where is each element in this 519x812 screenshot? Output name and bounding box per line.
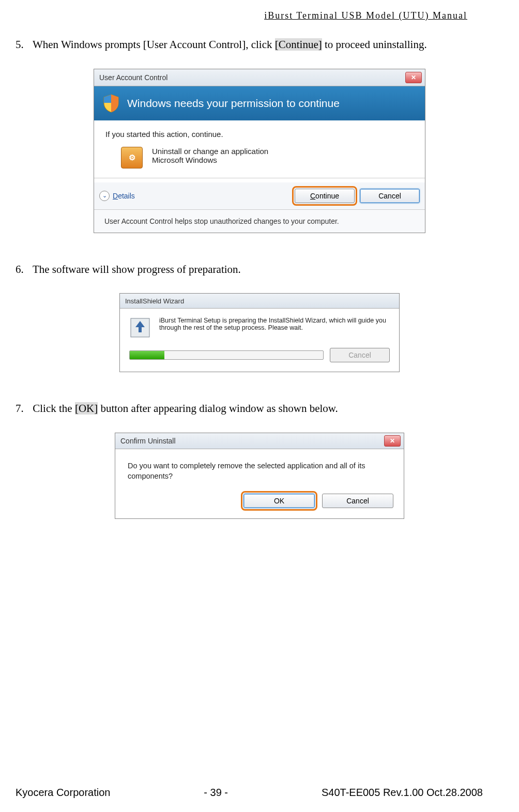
close-icon[interactable]: ✕	[384, 435, 401, 447]
divider	[94, 178, 425, 178]
step-6-text: The software will show progress of prepa…	[33, 263, 241, 275]
program-icon: ⚙	[121, 147, 143, 168]
installer-icon	[129, 317, 151, 339]
uac-title: User Account Control	[99, 73, 167, 82]
page-header: iBurst Terminal USB Model (UTU) Manual	[16, 10, 503, 21]
conf-titlebar: Confirm Uninstall ✕	[115, 433, 404, 449]
close-icon[interactable]: ✕	[405, 72, 422, 83]
uac-banner: Windows needs your permission to continu…	[94, 86, 425, 120]
ok-button[interactable]: OK	[243, 494, 315, 508]
cancel-button[interactable]: Cancel	[360, 189, 420, 203]
details-toggle[interactable]: ⌄ Details	[99, 191, 135, 201]
step-5-button-ref: [Continue]	[275, 38, 322, 51]
page-footer: Kyocera Corporation - 39 - S40T-EE005 Re…	[16, 787, 483, 799]
uac-titlebar: User Account Control ✕	[94, 69, 425, 86]
shield-icon	[102, 94, 120, 113]
footer-right: S40T-EE005 Rev.1.00 Oct.28.2008	[322, 787, 483, 799]
step-7-button-ref: [OK]	[75, 402, 98, 415]
step-7-number: 7.	[16, 401, 30, 417]
continue-button[interactable]: Continue	[295, 189, 355, 203]
step-7: 7. Click the [OK] button after appearing…	[16, 401, 503, 417]
ish-titlebar: InstallShield Wizard	[120, 294, 399, 309]
ish-cancel-button: Cancel	[330, 348, 390, 362]
step-7-text-pre: Click the	[33, 402, 75, 415]
uac-dialog: User Account Control ✕ Windows needs you…	[94, 69, 425, 233]
confirm-uninstall-dialog: Confirm Uninstall ✕ Do you want to compl…	[115, 433, 404, 519]
step-6: 6. The software will show progress of pr…	[16, 262, 503, 278]
step-5: 5. When Windows prompts [User Account Co…	[16, 37, 503, 53]
footer-center: - 39 -	[110, 787, 322, 799]
conf-message: Do you want to completely remove the sel…	[115, 449, 404, 487]
uac-app-line1: Uninstall or change an application	[152, 147, 268, 156]
step-7-text-post: button after appearing dialog window as …	[98, 402, 338, 415]
conf-cancel-button[interactable]: Cancel	[322, 494, 393, 508]
ish-message: iBurst Terminal Setup is preparing the I…	[159, 317, 390, 339]
progress-bar	[129, 350, 324, 360]
details-label: Details	[113, 192, 135, 200]
step-5-text-pre: When Windows prompts [User Account Contr…	[33, 38, 275, 51]
uac-footer-text: User Account Control helps stop unauthor…	[94, 209, 425, 233]
step-5-number: 5.	[16, 37, 30, 53]
uac-app-info: ⚙ Uninstall or change an application Mic…	[121, 147, 414, 168]
ish-title: InstallShield Wizard	[125, 297, 184, 305]
footer-left: Kyocera Corporation	[16, 787, 110, 799]
step-5-text-post: to proceed uninstalling.	[322, 38, 427, 51]
installshield-dialog: InstallShield Wizard iBurst Terminal Set…	[119, 293, 400, 372]
uac-started-text: If you started this action, continue.	[105, 130, 414, 139]
uac-banner-text: Windows needs your permission to continu…	[127, 97, 340, 110]
uac-app-line2: Microsoft Windows	[152, 156, 268, 164]
step-6-number: 6.	[16, 262, 30, 278]
chevron-down-icon: ⌄	[99, 191, 110, 201]
conf-title: Confirm Uninstall	[120, 437, 176, 445]
